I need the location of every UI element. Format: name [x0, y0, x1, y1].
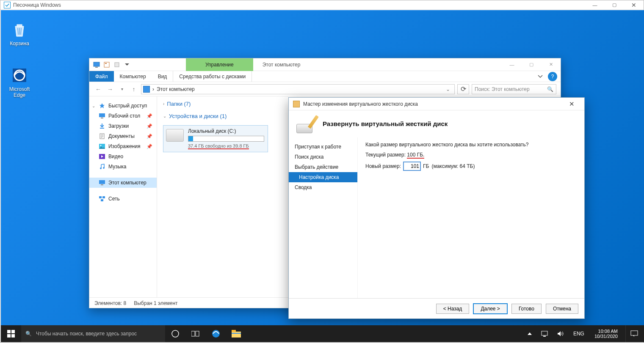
nav-back-button[interactable]: ←: [94, 85, 103, 94]
clock-date: 10/31/2020: [594, 334, 618, 339]
explorer-maximize-button[interactable]: ▢: [522, 58, 541, 71]
tray-overflow-button[interactable]: [525, 325, 534, 342]
drive-c[interactable]: Локальный диск (C:) 37.4 ГБ свободно из …: [163, 125, 268, 152]
recycle-bin-icon: [10, 20, 29, 39]
help-button[interactable]: ?: [548, 72, 557, 81]
wizard-step[interactable]: Выбрать действие: [289, 162, 357, 172]
taskbar-search[interactable]: 🔍 Чтобы начать поиск, введите здесь запр…: [21, 325, 165, 342]
wizard-back-button[interactable]: < Назад: [436, 304, 470, 314]
search-box[interactable]: Поиск: Этот компьютер 🔍: [472, 84, 556, 94]
network-icon: [99, 195, 105, 202]
new-size-input[interactable]: [404, 162, 420, 170]
sandbox-titlebar: Песочница Windows — ▢ ✕: [0, 0, 644, 10]
chevron-right-icon: ›: [163, 102, 164, 106]
svg-rect-4: [104, 62, 109, 67]
sandbox-maximize-button[interactable]: ▢: [605, 0, 624, 10]
tray-network-icon[interactable]: [539, 325, 550, 342]
nav-up-button[interactable]: ↑: [129, 85, 138, 94]
desktop-icon-label: Корзина: [10, 41, 29, 47]
wizard-titlebar[interactable]: Мастер изменения виртуального жесткого д…: [289, 98, 584, 110]
desktop-icon-edge[interactable]: Microsoft Edge: [3, 66, 36, 98]
task-view-button[interactable]: [185, 325, 206, 342]
ribbon-tab-manage[interactable]: Управление: [186, 58, 253, 71]
taskbar-explorer[interactable]: [226, 325, 246, 342]
nav-videos[interactable]: Видео: [89, 151, 157, 162]
desktop-icon-recycle-bin[interactable]: Корзина: [3, 20, 36, 47]
address-box[interactable]: › Этот компьютер ⌄: [141, 84, 455, 94]
nav-network[interactable]: Сеть: [89, 194, 157, 204]
wizard-title: Мастер изменения виртуального жесткого д…: [303, 101, 418, 107]
address-location: Этот компьютер: [157, 86, 195, 92]
wizard-step[interactable]: Приступая к работе: [289, 142, 357, 152]
explorer-minimize-button[interactable]: —: [502, 58, 522, 71]
taskbar-edge[interactable]: [206, 325, 226, 342]
this-pc-icon: [99, 179, 105, 186]
nav-label: Рабочий стол: [108, 113, 140, 119]
ribbon-expand-icon[interactable]: [534, 71, 546, 82]
svg-rect-29: [232, 330, 236, 332]
pin-icon: 📌: [146, 123, 152, 129]
wizard-cancel-button[interactable]: Отмена: [546, 304, 578, 314]
tray-volume-icon[interactable]: [555, 325, 567, 342]
qat-item-icon[interactable]: [113, 61, 121, 69]
start-button[interactable]: [1, 325, 21, 342]
address-separator: ›: [152, 86, 154, 92]
sandbox-close-button[interactable]: ✕: [624, 0, 644, 10]
wizard-close-button[interactable]: ✕: [563, 98, 580, 110]
desktop[interactable]: Корзина Microsoft Edge Управление Этот к…: [1, 10, 644, 326]
nav-label: Этот компьютер: [108, 180, 146, 186]
nav-this-pc[interactable]: Этот компьютер: [89, 178, 157, 188]
nav-forward-button[interactable]: →: [105, 85, 115, 94]
cortana-button[interactable]: [165, 325, 185, 342]
explorer-titlebar[interactable]: Управление Этот компьютер — ▢ ✕: [89, 58, 561, 71]
wizard-finish-button[interactable]: Готово: [511, 304, 542, 314]
nav-quick-access[interactable]: ⌄ Быстрый доступ: [89, 101, 157, 111]
nav-downloads[interactable]: Загрузки📌: [89, 121, 157, 131]
wizard-step[interactable]: Сводка: [289, 182, 357, 192]
nav-history-dropdown[interactable]: ▾: [117, 85, 127, 94]
tray-clock[interactable]: 10:08 AM 10/31/2020: [591, 329, 621, 339]
chevron-down-icon: ⌄: [92, 104, 95, 108]
address-dropdown-icon[interactable]: ⌄: [443, 86, 453, 92]
nav-pictures[interactable]: Изображения📌: [89, 141, 157, 151]
qat-properties-icon[interactable]: [103, 61, 111, 69]
svg-point-24: [172, 330, 179, 337]
svg-point-13: [100, 167, 102, 169]
explorer-close-button[interactable]: ✕: [541, 58, 561, 71]
nav-music[interactable]: Музыка: [89, 162, 157, 172]
download-icon: [99, 123, 105, 129]
current-size-value: 100 ГБ.: [407, 152, 424, 159]
search-icon: 🔍: [25, 331, 32, 337]
status-selected: Выбран 1 элемент: [134, 300, 177, 306]
sandbox-title: Песочница Windows: [13, 2, 61, 8]
svg-rect-7: [99, 113, 105, 117]
nav-desktop[interactable]: Рабочий стол📌: [89, 111, 157, 121]
wizard-step-active[interactable]: Настройка диска: [289, 172, 357, 182]
nav-label: Изображения: [108, 143, 140, 149]
nav-label: Загрузки: [108, 123, 129, 129]
svg-rect-17: [99, 196, 102, 198]
new-size-label: Новый размер:: [365, 163, 401, 169]
system-tray: ENG 10:08 AM 10/31/2020: [525, 325, 644, 342]
menu-file[interactable]: Файл: [89, 71, 114, 82]
wizard-next-button[interactable]: Далее >: [473, 304, 507, 314]
tray-language[interactable]: ENG: [571, 325, 587, 342]
menu-computer[interactable]: Компьютер: [114, 71, 152, 82]
svg-rect-28: [232, 332, 241, 338]
qat-dropdown-icon[interactable]: [123, 61, 131, 69]
wizard-heading: Развернуть виртуальный жесткий диск: [323, 120, 448, 127]
wizard-step[interactable]: Поиск диска: [289, 152, 357, 162]
svg-rect-16: [101, 184, 103, 185]
status-item-count: Элементов: 8: [94, 300, 126, 306]
nav-documents[interactable]: Документы📌: [89, 131, 157, 141]
nav-label: Быстрый доступ: [108, 103, 147, 109]
action-center-button[interactable]: [625, 325, 642, 342]
explorer-system-icon[interactable]: [93, 61, 100, 69]
current-size-label: Текущий размер:: [365, 152, 406, 158]
drive-usage-bar: [188, 136, 264, 142]
video-icon: [99, 153, 105, 160]
sandbox-minimize-button[interactable]: —: [585, 0, 605, 10]
menu-view[interactable]: Вид: [152, 71, 173, 82]
refresh-button[interactable]: ⟳: [457, 84, 469, 94]
menu-disk-tools[interactable]: Средства работы с дисками: [173, 71, 252, 82]
